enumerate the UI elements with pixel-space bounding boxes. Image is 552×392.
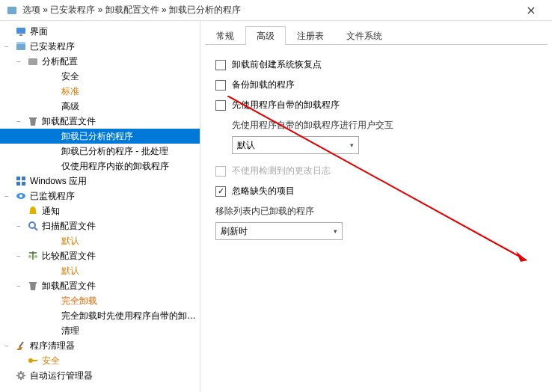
- sub-label: 先使用程序自带的卸载程序进行用户交互: [232, 119, 537, 132]
- blank-icon: [46, 70, 58, 82]
- blank-icon: [46, 85, 58, 97]
- tree-item-8[interactable]: 卸载已分析的程序 - 批处理: [0, 144, 200, 159]
- svg-rect-3: [16, 43, 25, 50]
- blank-icon: [46, 295, 58, 307]
- tree-item-20[interactable]: 清理: [0, 323, 200, 338]
- tree-item-label: 标准: [61, 85, 79, 98]
- svg-rect-7: [16, 177, 20, 180]
- gear-icon: [15, 370, 27, 382]
- tree-item-17[interactable]: −卸载配置文件: [0, 278, 200, 293]
- tab-1[interactable]: 高级: [245, 26, 286, 45]
- tree-item-3[interactable]: 安全: [0, 69, 200, 84]
- checkbox-icon: [215, 100, 226, 111]
- svg-rect-5: [28, 58, 37, 65]
- svg-rect-4: [16, 42, 25, 44]
- checkbox-label: 先使用程序自带的卸载程序: [232, 99, 340, 111]
- tree-item-12[interactable]: 通知: [0, 203, 200, 218]
- select-interaction-mode[interactable]: 默认 ▾: [232, 136, 359, 154]
- tree-item-7[interactable]: 卸载已分析的程序: [0, 129, 200, 144]
- trash-icon: [27, 280, 39, 292]
- svg-point-13: [29, 222, 35, 228]
- tree-item-label: 卸载配置文件: [42, 115, 96, 128]
- expand-icon[interactable]: −: [13, 117, 24, 126]
- svg-point-12: [19, 195, 22, 197]
- tree-item-label: 卸载已分析的程序 - 批处理: [61, 145, 168, 158]
- trash-icon: [27, 115, 39, 127]
- key-icon: [27, 355, 39, 367]
- titlebar: 选项 » 已安装程序 » 卸载配置文件 » 卸载已分析的程序: [0, 0, 552, 21]
- expand-icon[interactable]: −: [13, 252, 24, 260]
- tree-item-19[interactable]: 完全卸载时先使用程序自带的卸…: [0, 308, 200, 323]
- tree-item-label: 卸载已分析的程序: [61, 130, 133, 143]
- broom-icon: [15, 340, 27, 352]
- tree-item-13[interactable]: −扫描配置文件: [0, 218, 200, 233]
- blank-icon: [46, 100, 58, 112]
- select-value: 默认: [237, 139, 255, 152]
- blank-icon: [46, 235, 58, 247]
- tree-item-6[interactable]: −卸载配置文件: [0, 114, 200, 129]
- checkbox-use-builtin-uninstaller[interactable]: 先使用程序自带的卸载程序: [215, 99, 537, 111]
- tree-item-2[interactable]: −分析配置: [0, 54, 200, 69]
- tree-item-label: 默认: [61, 235, 79, 248]
- checkbox-icon: [215, 60, 226, 70]
- tree-item-label: 完全卸载: [61, 295, 97, 307]
- tree-item-5[interactable]: 高级: [0, 99, 200, 114]
- blank-icon: [46, 145, 58, 157]
- expand-icon[interactable]: −: [1, 192, 12, 200]
- tree-item-4[interactable]: 标准: [0, 84, 200, 99]
- tab-0[interactable]: 常规: [205, 26, 245, 45]
- close-button[interactable]: [516, 0, 546, 21]
- tree-item-15[interactable]: −比较配置文件: [0, 248, 200, 263]
- tree-item-22[interactable]: 安全: [0, 353, 200, 368]
- svg-line-14: [34, 227, 37, 230]
- tree-item-11[interactable]: −已监视程序: [0, 189, 200, 203]
- select-value: 刷新时: [221, 225, 248, 238]
- svg-rect-0: [7, 7, 16, 14]
- checkbox-icon: [215, 80, 226, 91]
- eye-icon: [15, 190, 27, 202]
- checkbox-restore-point[interactable]: 卸载前创建系统恢复点: [215, 58, 537, 71]
- expand-icon[interactable]: −: [13, 282, 24, 290]
- svg-line-20: [19, 342, 23, 347]
- svg-rect-6: [29, 117, 37, 119]
- select-remove-list-timing[interactable]: 刷新时 ▾: [215, 222, 343, 240]
- expand-icon[interactable]: −: [13, 58, 24, 66]
- search-icon: [27, 220, 39, 232]
- expand-icon[interactable]: −: [1, 43, 12, 51]
- tree-item-label: 清理: [61, 325, 79, 337]
- tree-item-label: 分析配置: [42, 55, 78, 68]
- tree-item-9[interactable]: 仅使用程序内嵌的卸载程序: [0, 159, 200, 174]
- tree-item-label: 通知: [42, 205, 60, 218]
- tree-item-label: 界面: [30, 25, 48, 38]
- blank-icon: [46, 325, 58, 337]
- tree-item-1[interactable]: −已安装程序: [0, 39, 200, 54]
- tree-item-18[interactable]: 完全卸载: [0, 293, 200, 308]
- checkbox-label: 备份卸载的程序: [232, 79, 295, 91]
- checkbox-ignore-missing[interactable]: 忽略缺失的项目: [215, 185, 537, 197]
- blank-icon: [46, 160, 58, 172]
- tree-item-label: 已安装程序: [30, 40, 75, 53]
- tree-item-16[interactable]: 默认: [0, 263, 200, 278]
- tree-item-0[interactable]: 界面: [0, 24, 200, 39]
- tree-item-14[interactable]: 默认: [0, 233, 200, 248]
- blank-icon: [46, 265, 58, 277]
- tree-item-label: 安全: [42, 355, 60, 367]
- tree-item-label: Windows 应用: [30, 175, 87, 188]
- checkbox-backup[interactable]: 备份卸载的程序: [215, 79, 537, 91]
- tree-item-21[interactable]: −程序清理器: [0, 338, 200, 353]
- tree-item-10[interactable]: Windows 应用: [0, 174, 200, 189]
- svg-rect-8: [22, 177, 25, 180]
- section-remove-list-label: 移除列表内已卸载的程序: [215, 205, 537, 218]
- svg-rect-22: [32, 360, 37, 361]
- box-o-icon: [27, 55, 39, 67]
- tree-item-23[interactable]: 自动运行管理器: [0, 368, 200, 383]
- svg-point-18: [34, 255, 37, 258]
- expand-icon[interactable]: −: [1, 342, 12, 350]
- box-icon: [15, 40, 27, 52]
- tab-3[interactable]: 文件系统: [335, 26, 393, 45]
- expand-icon[interactable]: −: [13, 222, 24, 230]
- builtin-uninstaller-sub: 先使用程序自带的卸载程序进行用户交互 默认 ▾: [232, 119, 537, 154]
- tab-2[interactable]: 注册表: [286, 26, 335, 45]
- svg-rect-1: [16, 28, 25, 34]
- checkbox-label: 忽略缺失的项目: [232, 185, 295, 197]
